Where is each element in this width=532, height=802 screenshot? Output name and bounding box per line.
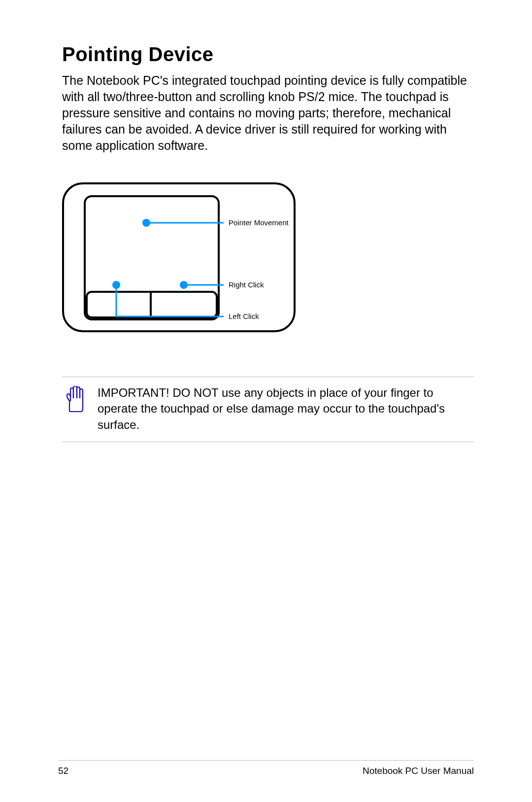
footer-rule	[58, 760, 474, 761]
important-callout: IMPORTANT! DO NOT use any objects in pla…	[62, 377, 474, 442]
touchpad-diagram: Pointer Movement Right Click Left Click	[62, 182, 474, 342]
callout-pointer-movement: Pointer Movement	[142, 218, 289, 227]
page-title: Pointing Device	[62, 43, 474, 66]
callout-right-click: Right Click	[180, 280, 264, 289]
touchpad-svg: Pointer Movement Right Click Left Click	[62, 182, 358, 340]
important-callout-text: IMPORTANT! DO NOT use any objects in pla…	[98, 385, 474, 433]
manual-page: Pointing Device The Notebook PC's integr…	[0, 0, 532, 802]
hand-stop-icon	[62, 385, 98, 413]
body-paragraph: The Notebook PC's integrated touchpad po…	[62, 72, 474, 154]
label-right-click: Right Click	[229, 280, 264, 289]
manual-name: Notebook PC User Manual	[363, 766, 474, 776]
page-number: 52	[58, 766, 68, 776]
label-pointer-movement: Pointer Movement	[229, 218, 289, 227]
label-left-click: Left Click	[229, 312, 259, 320]
